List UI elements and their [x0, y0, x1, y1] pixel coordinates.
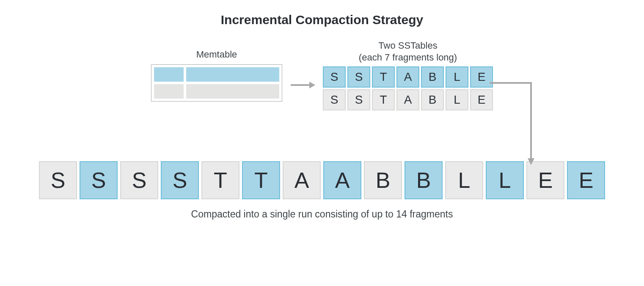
- sstable-row-2: SSTABLE: [323, 89, 493, 110]
- svg-marker-1: [309, 82, 315, 88]
- memtable-row-2: [154, 84, 279, 99]
- sstable-fragment: S: [347, 66, 370, 88]
- compacted-fragment: S: [80, 161, 118, 199]
- compacted-fragment: E: [526, 161, 564, 199]
- compacted-fragment: L: [486, 161, 524, 199]
- memtable-row-1: [154, 67, 279, 82]
- diagram-title: Incremental Compaction Strategy: [0, 0, 644, 27]
- compacted-fragment: A: [283, 161, 321, 199]
- sstable-fragment: E: [470, 89, 493, 110]
- memtable-cell: [186, 84, 279, 99]
- compacted-fragment: S: [161, 161, 199, 199]
- compacted-caption: Compacted into a single run consisting o…: [191, 209, 453, 220]
- compacted-row: SSSSTTAABBLLEE: [39, 161, 605, 199]
- compacted-fragment: S: [39, 161, 77, 199]
- sstable-fragment: L: [446, 66, 468, 88]
- sstable-fragment: T: [372, 89, 395, 110]
- sstable-rows: SSTABLE SSTABLE: [323, 66, 493, 110]
- top-row: Memtable Two SSTables (each 7 fragments …: [0, 40, 644, 110]
- memtable-cell: [154, 84, 184, 99]
- memtable-label: Memtable: [196, 49, 237, 60]
- sstable-fragment: A: [396, 66, 419, 88]
- sstable-fragment: E: [470, 66, 493, 88]
- arrow-right-icon: [290, 80, 315, 92]
- sstables-label-line1: Two SSTables: [378, 40, 437, 51]
- sstable-fragment: B: [421, 89, 444, 110]
- compacted-fragment: T: [242, 161, 280, 199]
- sstables-label: Two SSTables (each 7 fragments long): [359, 40, 457, 63]
- sstable-fragment: A: [396, 89, 419, 110]
- sstables-label-line2: (each 7 fragments long): [359, 52, 457, 63]
- memtable-box: [151, 64, 282, 102]
- sstable-fragment: S: [323, 66, 346, 88]
- memtable-cell: [154, 67, 184, 82]
- compacted-fragment: E: [567, 161, 605, 199]
- sstable-fragment: S: [347, 89, 370, 110]
- sstable-fragment: L: [446, 89, 468, 110]
- sstable-fragment: B: [421, 66, 444, 88]
- compacted-fragment: T: [201, 161, 239, 199]
- compacted-area: SSSSTTAABBLLEE Compacted into a single r…: [0, 161, 644, 220]
- memtable-column: Memtable: [151, 49, 282, 102]
- compacted-fragment: L: [445, 161, 483, 199]
- sstable-row-1: SSTABLE: [323, 66, 493, 88]
- compacted-fragment: S: [120, 161, 158, 199]
- sstable-fragment: T: [372, 66, 395, 88]
- memtable-cell: [186, 67, 279, 82]
- compacted-fragment: A: [323, 161, 361, 199]
- sstable-fragment: S: [323, 89, 346, 110]
- compacted-fragment: B: [364, 161, 402, 199]
- compacted-fragment: B: [405, 161, 443, 199]
- sstables-column: Two SSTables (each 7 fragments long) SST…: [323, 40, 493, 110]
